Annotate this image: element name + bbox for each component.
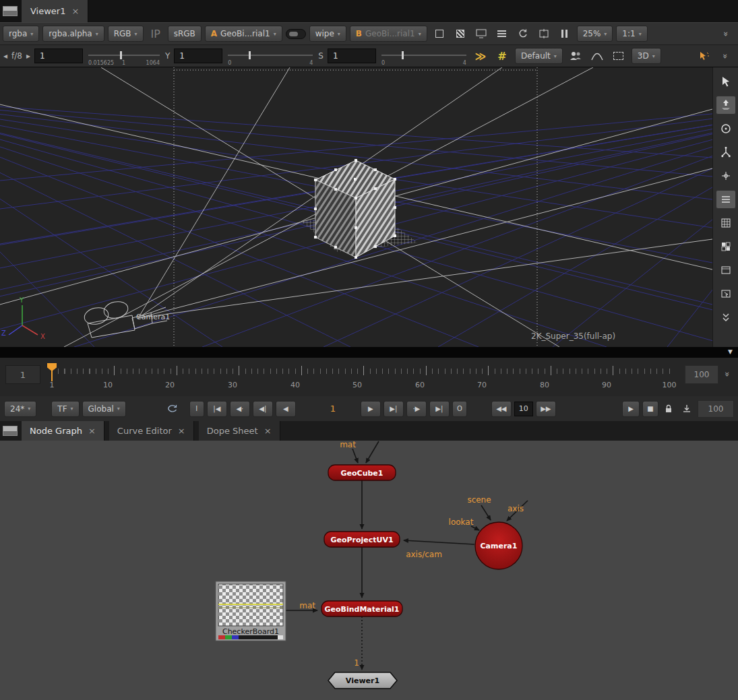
collapse-toolbar-icon[interactable] xyxy=(716,308,736,327)
slider-handle[interactable] xyxy=(402,51,404,59)
curve-icon[interactable] xyxy=(588,48,606,64)
clipping-warning-icon[interactable] xyxy=(431,26,448,42)
saturation-field[interactable]: 1 xyxy=(328,49,376,63)
safe-zone-icon[interactable] xyxy=(535,26,553,42)
frame-icon[interactable] xyxy=(716,261,736,280)
layer-dropdown[interactable]: rgba▾ xyxy=(3,26,39,42)
marquee-select-icon[interactable] xyxy=(610,48,627,64)
lut-dropdown[interactable]: sRGB xyxy=(168,26,202,42)
timeline-end-frame[interactable]: 100 xyxy=(685,365,718,384)
node-checkerboard1[interactable]: CheckerBoard1 xyxy=(216,581,286,641)
view-mode-dropdown[interactable]: 3D▾ xyxy=(632,48,661,64)
set-in-button[interactable]: I xyxy=(189,401,204,417)
frame-increment-field[interactable]: 10 xyxy=(514,402,533,416)
node-geoprojectuv1[interactable]: GeoProjectUV1 xyxy=(324,532,400,547)
fstop-next-icon[interactable]: ▸ xyxy=(26,51,30,61)
slider-handle[interactable] xyxy=(249,51,251,59)
node-camera1[interactable]: Camera1 xyxy=(475,522,522,569)
stage-light-icon[interactable]: ≫ xyxy=(472,48,489,64)
saturation-slider[interactable]: 0 4 xyxy=(380,46,468,66)
close-icon[interactable]: × xyxy=(264,426,272,436)
lock-range-icon[interactable] xyxy=(661,401,676,417)
fps-dropdown[interactable]: 24*▾ xyxy=(4,401,36,417)
roi-mode-dropdown[interactable]: Default▾ xyxy=(515,48,563,64)
timeline-ruler-major-ticks[interactable] xyxy=(52,366,671,375)
checker-display-icon[interactable] xyxy=(716,237,736,256)
node-viewer1[interactable]: Viewer1 xyxy=(328,672,397,689)
alpha-dropdown[interactable]: rgba.alpha▾ xyxy=(42,26,104,42)
zoom-dropdown[interactable]: 25%▾ xyxy=(577,26,613,42)
lattice-icon[interactable] xyxy=(716,214,736,232)
node-geobindmaterial1[interactable]: GeoBindMaterial1 xyxy=(321,601,402,616)
input-a-dropdown[interactable]: AGeoBi...rial1▾ xyxy=(205,26,282,42)
current-frame[interactable]: 1 xyxy=(317,404,348,414)
display-channel-dropdown[interactable]: RGB▾ xyxy=(108,26,144,42)
gamma-field[interactable]: 1 xyxy=(174,49,222,63)
fstop-label[interactable]: f/8 xyxy=(11,51,22,61)
pause-icon[interactable] xyxy=(556,26,574,42)
panel-grip-icon[interactable] xyxy=(3,426,18,436)
ip-toggle[interactable]: IP xyxy=(147,26,164,42)
input-b-dropdown[interactable]: BGeoBi...rial1▾ xyxy=(350,26,427,42)
set-out-button[interactable]: O xyxy=(452,401,467,417)
tab-viewer1[interactable]: Viewer1 × xyxy=(22,0,88,22)
jump-back-button[interactable]: ◀◀ xyxy=(491,401,512,417)
export-icon[interactable] xyxy=(679,401,695,417)
translate-tool-icon[interactable] xyxy=(716,96,736,115)
checkerboard-bg-icon[interactable] xyxy=(452,26,469,42)
refresh-icon[interactable] xyxy=(514,26,532,42)
render-button[interactable]: ■ xyxy=(642,401,658,417)
expand-strip-icon[interactable]: ▼ xyxy=(728,348,733,355)
gain-field[interactable]: 1 xyxy=(34,49,83,63)
gamma-label: Y xyxy=(165,51,170,61)
wipe-mode-dropdown[interactable]: wipe▾ xyxy=(309,26,346,42)
playback-mode-icon[interactable] xyxy=(164,401,181,417)
toolbar-overflow-icon[interactable]: » xyxy=(718,26,735,42)
step-back-button[interactable]: ◀| xyxy=(253,401,273,417)
scale-tool-icon[interactable] xyxy=(716,143,736,162)
transport-end-frame[interactable]: 100 xyxy=(698,400,734,418)
go-to-end-button[interactable]: ▶| xyxy=(429,401,450,417)
timeline-overflow-icon[interactable]: » xyxy=(725,367,731,380)
rotate-tool-icon[interactable] xyxy=(716,119,736,138)
grid-hash-icon[interactable]: # xyxy=(493,48,511,64)
timeline-mode-dropdown[interactable]: TF▾ xyxy=(51,401,79,417)
tab-dope-sheet[interactable]: Dope Sheet× xyxy=(199,421,280,441)
frame-select-icon[interactable] xyxy=(716,284,736,303)
gain-slider[interactable]: 0.015625 1 1064 xyxy=(87,46,161,66)
overlay-lines-icon[interactable] xyxy=(493,26,511,42)
wipe-blend-slider[interactable] xyxy=(286,29,306,39)
proxy-dropdown[interactable]: 1:1▾ xyxy=(616,26,647,42)
step-forward-button[interactable]: ▶| xyxy=(383,401,404,417)
layers-icon[interactable] xyxy=(716,190,736,209)
viewer-3d-viewport[interactable]: Camera1 Y X Z 2K_Super_35(full-ap) xyxy=(0,67,712,347)
monitor-out-icon[interactable] xyxy=(472,26,490,42)
close-icon[interactable]: × xyxy=(71,6,79,16)
close-icon[interactable]: × xyxy=(178,426,185,436)
jump-forward-button[interactable]: ▶▶ xyxy=(536,401,556,417)
toolbar-overflow-icon[interactable]: » xyxy=(717,48,735,64)
timeline[interactable]: 1 1 10 20 30 40 50 60 70 80 90 100 100 » xyxy=(0,358,738,396)
prev-keyframe-button[interactable]: ◀· xyxy=(230,401,250,417)
go-to-start-button[interactable]: |◀ xyxy=(207,401,227,417)
next-keyframe-button[interactable]: ·▶ xyxy=(406,401,427,417)
node-geocube1[interactable]: GeoCube1 xyxy=(328,465,396,480)
node-graph-canvas[interactable]: mat scene axis lookat axis/cam mat 1 Geo… xyxy=(0,441,738,700)
tab-node-graph[interactable]: Node Graph× xyxy=(22,421,104,441)
fstop-prev-icon[interactable]: ◂ xyxy=(3,51,7,61)
close-icon[interactable]: × xyxy=(88,426,96,436)
range-dropdown[interactable]: Global▾ xyxy=(82,401,126,417)
play-button[interactable]: ▶ xyxy=(361,401,381,417)
masks-icon[interactable] xyxy=(567,48,584,64)
gamma-slider[interactable]: 0 4 xyxy=(226,46,314,66)
snap-icon[interactable] xyxy=(716,166,736,185)
select-cursor-icon[interactable] xyxy=(716,72,736,91)
wand-icon[interactable] xyxy=(696,48,713,64)
panel-grip-icon[interactable] xyxy=(3,6,18,16)
tab-curve-editor[interactable]: Curve Editor× xyxy=(109,421,194,441)
play-backward-button[interactable]: ◀ xyxy=(276,401,296,417)
timeline-start-frame[interactable]: 1 xyxy=(5,365,40,384)
flipbook-button[interactable]: ▶ xyxy=(622,401,640,417)
slider-handle[interactable] xyxy=(120,51,122,59)
slider-handle[interactable] xyxy=(289,32,298,36)
